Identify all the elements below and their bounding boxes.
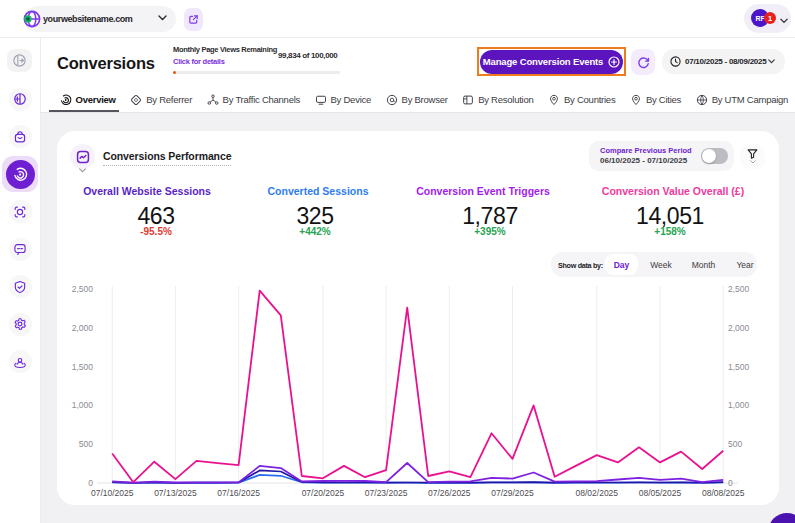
svg-text:500: 500 [728, 439, 742, 449]
svg-text:2,000: 2,000 [728, 323, 750, 333]
svg-text:08/08/2025: 08/08/2025 [702, 488, 745, 498]
svg-text:500: 500 [79, 439, 93, 449]
svg-text:1,000: 1,000 [728, 400, 750, 410]
svg-text:07/29/2025: 07/29/2025 [491, 488, 534, 498]
svg-text:07/16/2025: 07/16/2025 [217, 488, 260, 498]
svg-text:07/20/2025: 07/20/2025 [302, 488, 345, 498]
svg-text:07/10/2025: 07/10/2025 [91, 488, 134, 498]
svg-text:07/23/2025: 07/23/2025 [365, 488, 408, 498]
svg-text:08/05/2025: 08/05/2025 [639, 488, 682, 498]
svg-text:2,000: 2,000 [72, 323, 94, 333]
svg-text:1,000: 1,000 [72, 400, 94, 410]
svg-text:07/13/2025: 07/13/2025 [154, 488, 197, 498]
svg-text:1,500: 1,500 [72, 362, 94, 372]
svg-text:1,500: 1,500 [728, 362, 750, 372]
svg-text:0: 0 [88, 478, 93, 488]
svg-text:2,500: 2,500 [72, 284, 94, 294]
svg-text:0: 0 [728, 478, 733, 488]
svg-text:2,500: 2,500 [728, 284, 750, 294]
svg-text:07/26/2025: 07/26/2025 [428, 488, 471, 498]
svg-text:08/02/2025: 08/02/2025 [576, 488, 619, 498]
